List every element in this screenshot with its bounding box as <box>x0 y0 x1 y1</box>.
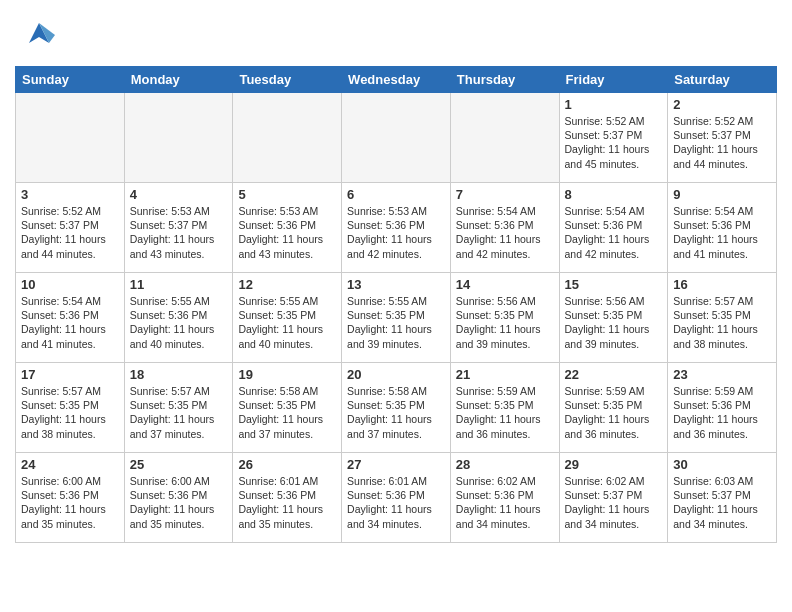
day-info: Sunrise: 5:52 AM Sunset: 5:37 PM Dayligh… <box>21 204 119 261</box>
day-info: Sunrise: 5:53 AM Sunset: 5:36 PM Dayligh… <box>238 204 336 261</box>
calendar: SundayMondayTuesdayWednesdayThursdayFrid… <box>15 66 777 543</box>
day-number: 27 <box>347 457 445 472</box>
page: SundayMondayTuesdayWednesdayThursdayFrid… <box>0 0 792 558</box>
weekday-header-friday: Friday <box>559 67 668 93</box>
calendar-cell: 6Sunrise: 5:53 AM Sunset: 5:36 PM Daylig… <box>342 183 451 273</box>
calendar-week-3: 10Sunrise: 5:54 AM Sunset: 5:36 PM Dayli… <box>16 273 777 363</box>
day-number: 15 <box>565 277 663 292</box>
calendar-cell: 26Sunrise: 6:01 AM Sunset: 5:36 PM Dayli… <box>233 453 342 543</box>
weekday-header-monday: Monday <box>124 67 233 93</box>
calendar-cell: 21Sunrise: 5:59 AM Sunset: 5:35 PM Dayli… <box>450 363 559 453</box>
calendar-cell <box>16 93 125 183</box>
day-info: Sunrise: 5:54 AM Sunset: 5:36 PM Dayligh… <box>565 204 663 261</box>
calendar-cell: 2Sunrise: 5:52 AM Sunset: 5:37 PM Daylig… <box>668 93 777 183</box>
day-number: 29 <box>565 457 663 472</box>
calendar-cell: 27Sunrise: 6:01 AM Sunset: 5:36 PM Dayli… <box>342 453 451 543</box>
day-info: Sunrise: 5:58 AM Sunset: 5:35 PM Dayligh… <box>238 384 336 441</box>
calendar-cell: 7Sunrise: 5:54 AM Sunset: 5:36 PM Daylig… <box>450 183 559 273</box>
day-number: 13 <box>347 277 445 292</box>
day-number: 7 <box>456 187 554 202</box>
calendar-cell: 10Sunrise: 5:54 AM Sunset: 5:36 PM Dayli… <box>16 273 125 363</box>
weekday-header-row: SundayMondayTuesdayWednesdayThursdayFrid… <box>16 67 777 93</box>
day-info: Sunrise: 6:02 AM Sunset: 5:37 PM Dayligh… <box>565 474 663 531</box>
calendar-week-1: 1Sunrise: 5:52 AM Sunset: 5:37 PM Daylig… <box>16 93 777 183</box>
calendar-cell: 23Sunrise: 5:59 AM Sunset: 5:36 PM Dayli… <box>668 363 777 453</box>
calendar-cell: 4Sunrise: 5:53 AM Sunset: 5:37 PM Daylig… <box>124 183 233 273</box>
day-number: 16 <box>673 277 771 292</box>
weekday-header-wednesday: Wednesday <box>342 67 451 93</box>
calendar-cell: 11Sunrise: 5:55 AM Sunset: 5:36 PM Dayli… <box>124 273 233 363</box>
day-number: 1 <box>565 97 663 112</box>
day-info: Sunrise: 5:59 AM Sunset: 5:36 PM Dayligh… <box>673 384 771 441</box>
weekday-header-saturday: Saturday <box>668 67 777 93</box>
day-number: 26 <box>238 457 336 472</box>
calendar-cell: 25Sunrise: 6:00 AM Sunset: 5:36 PM Dayli… <box>124 453 233 543</box>
calendar-week-5: 24Sunrise: 6:00 AM Sunset: 5:36 PM Dayli… <box>16 453 777 543</box>
day-number: 18 <box>130 367 228 382</box>
calendar-cell: 12Sunrise: 5:55 AM Sunset: 5:35 PM Dayli… <box>233 273 342 363</box>
calendar-cell <box>124 93 233 183</box>
day-info: Sunrise: 5:56 AM Sunset: 5:35 PM Dayligh… <box>456 294 554 351</box>
day-info: Sunrise: 6:01 AM Sunset: 5:36 PM Dayligh… <box>238 474 336 531</box>
day-info: Sunrise: 5:52 AM Sunset: 5:37 PM Dayligh… <box>565 114 663 171</box>
logo-icon <box>19 15 55 58</box>
calendar-cell: 9Sunrise: 5:54 AM Sunset: 5:36 PM Daylig… <box>668 183 777 273</box>
day-info: Sunrise: 5:57 AM Sunset: 5:35 PM Dayligh… <box>130 384 228 441</box>
day-info: Sunrise: 6:02 AM Sunset: 5:36 PM Dayligh… <box>456 474 554 531</box>
day-info: Sunrise: 5:53 AM Sunset: 5:37 PM Dayligh… <box>130 204 228 261</box>
day-number: 2 <box>673 97 771 112</box>
calendar-cell: 8Sunrise: 5:54 AM Sunset: 5:36 PM Daylig… <box>559 183 668 273</box>
day-number: 23 <box>673 367 771 382</box>
calendar-cell: 5Sunrise: 5:53 AM Sunset: 5:36 PM Daylig… <box>233 183 342 273</box>
day-info: Sunrise: 5:52 AM Sunset: 5:37 PM Dayligh… <box>673 114 771 171</box>
calendar-cell <box>342 93 451 183</box>
calendar-week-4: 17Sunrise: 5:57 AM Sunset: 5:35 PM Dayli… <box>16 363 777 453</box>
day-info: Sunrise: 6:00 AM Sunset: 5:36 PM Dayligh… <box>130 474 228 531</box>
weekday-header-sunday: Sunday <box>16 67 125 93</box>
calendar-cell: 24Sunrise: 6:00 AM Sunset: 5:36 PM Dayli… <box>16 453 125 543</box>
day-info: Sunrise: 6:01 AM Sunset: 5:36 PM Dayligh… <box>347 474 445 531</box>
calendar-cell: 19Sunrise: 5:58 AM Sunset: 5:35 PM Dayli… <box>233 363 342 453</box>
day-number: 24 <box>21 457 119 472</box>
day-info: Sunrise: 5:59 AM Sunset: 5:35 PM Dayligh… <box>456 384 554 441</box>
day-number: 17 <box>21 367 119 382</box>
calendar-cell: 13Sunrise: 5:55 AM Sunset: 5:35 PM Dayli… <box>342 273 451 363</box>
calendar-cell: 14Sunrise: 5:56 AM Sunset: 5:35 PM Dayli… <box>450 273 559 363</box>
header <box>15 10 777 58</box>
day-number: 8 <box>565 187 663 202</box>
day-number: 12 <box>238 277 336 292</box>
day-info: Sunrise: 5:56 AM Sunset: 5:35 PM Dayligh… <box>565 294 663 351</box>
weekday-header-tuesday: Tuesday <box>233 67 342 93</box>
day-number: 9 <box>673 187 771 202</box>
day-info: Sunrise: 5:57 AM Sunset: 5:35 PM Dayligh… <box>21 384 119 441</box>
day-number: 6 <box>347 187 445 202</box>
day-info: Sunrise: 5:54 AM Sunset: 5:36 PM Dayligh… <box>21 294 119 351</box>
logo <box>15 10 55 58</box>
calendar-week-2: 3Sunrise: 5:52 AM Sunset: 5:37 PM Daylig… <box>16 183 777 273</box>
calendar-cell: 29Sunrise: 6:02 AM Sunset: 5:37 PM Dayli… <box>559 453 668 543</box>
day-number: 14 <box>456 277 554 292</box>
calendar-cell: 16Sunrise: 5:57 AM Sunset: 5:35 PM Dayli… <box>668 273 777 363</box>
day-number: 30 <box>673 457 771 472</box>
day-info: Sunrise: 5:55 AM Sunset: 5:35 PM Dayligh… <box>238 294 336 351</box>
calendar-cell: 28Sunrise: 6:02 AM Sunset: 5:36 PM Dayli… <box>450 453 559 543</box>
day-number: 25 <box>130 457 228 472</box>
day-number: 21 <box>456 367 554 382</box>
day-info: Sunrise: 5:54 AM Sunset: 5:36 PM Dayligh… <box>673 204 771 261</box>
day-number: 3 <box>21 187 119 202</box>
day-number: 20 <box>347 367 445 382</box>
calendar-cell: 20Sunrise: 5:58 AM Sunset: 5:35 PM Dayli… <box>342 363 451 453</box>
day-number: 5 <box>238 187 336 202</box>
calendar-cell: 3Sunrise: 5:52 AM Sunset: 5:37 PM Daylig… <box>16 183 125 273</box>
day-info: Sunrise: 5:53 AM Sunset: 5:36 PM Dayligh… <box>347 204 445 261</box>
day-number: 4 <box>130 187 228 202</box>
calendar-cell <box>233 93 342 183</box>
day-info: Sunrise: 5:55 AM Sunset: 5:35 PM Dayligh… <box>347 294 445 351</box>
day-number: 11 <box>130 277 228 292</box>
calendar-cell <box>450 93 559 183</box>
day-info: Sunrise: 6:00 AM Sunset: 5:36 PM Dayligh… <box>21 474 119 531</box>
day-number: 10 <box>21 277 119 292</box>
day-number: 28 <box>456 457 554 472</box>
day-info: Sunrise: 5:55 AM Sunset: 5:36 PM Dayligh… <box>130 294 228 351</box>
calendar-cell: 17Sunrise: 5:57 AM Sunset: 5:35 PM Dayli… <box>16 363 125 453</box>
